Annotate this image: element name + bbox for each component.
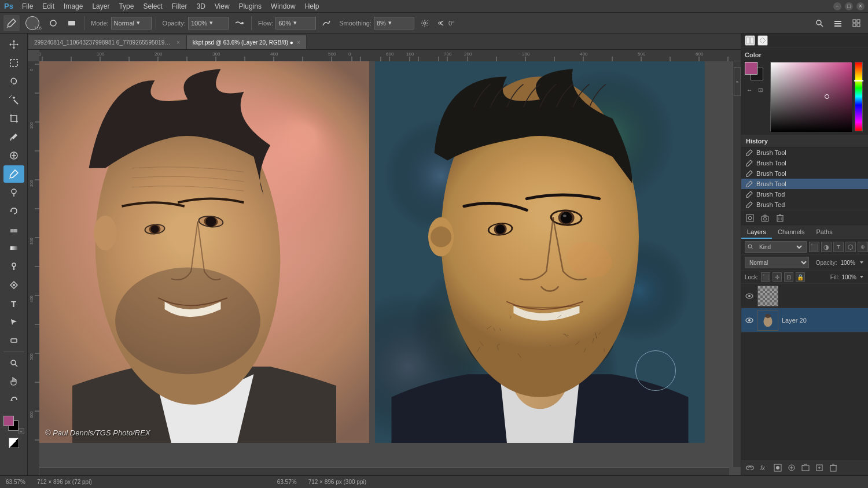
history-item-0[interactable]: Brush Tool xyxy=(741,147,868,158)
canvas-left[interactable]: © Paul Dennis/TGS Photo/REX xyxy=(39,61,369,443)
smoothing-settings-btn[interactable] xyxy=(417,15,433,31)
tool-eraser[interactable] xyxy=(3,221,24,238)
menu-edit[interactable]: Edit xyxy=(38,0,59,13)
reset-colors-icon[interactable]: ⊡ xyxy=(756,85,765,94)
doc-tab-0[interactable]: 299240814_110643237998981 6_778926559501… xyxy=(28,35,186,49)
filter-smart[interactable]: ⊕ xyxy=(858,242,868,252)
new-group-btn[interactable] xyxy=(800,463,811,473)
search-btn[interactable] xyxy=(811,15,827,31)
smoothing-dropdown[interactable]: 8% ▾ xyxy=(374,17,414,29)
tool-rotate-view[interactable] xyxy=(3,391,24,409)
add-adjustment-btn[interactable] xyxy=(786,463,797,473)
fg-bg-container[interactable] xyxy=(745,62,766,83)
default-colors-icon[interactable] xyxy=(9,438,19,448)
maximize-btn[interactable]: □ xyxy=(845,2,853,10)
lock-artboard-btn[interactable]: ⊡ xyxy=(784,272,793,282)
brush-shape-btn[interactable] xyxy=(64,15,80,31)
delete-layer-btn[interactable] xyxy=(828,463,838,473)
tab-paths[interactable]: Paths xyxy=(811,226,838,239)
lock-position-btn[interactable]: ✛ xyxy=(773,272,782,282)
tool-clone-stamp[interactable] xyxy=(3,184,24,201)
tool-gradient[interactable] xyxy=(3,239,24,257)
tool-shape[interactable] xyxy=(3,332,24,349)
tool-lasso[interactable] xyxy=(3,73,24,90)
link-layers-btn[interactable] xyxy=(745,463,755,473)
layer-item-empty[interactable] xyxy=(741,284,868,308)
new-layer-btn[interactable] xyxy=(814,463,825,473)
tool-history-brush[interactable] xyxy=(3,202,24,220)
doc-tab-1[interactable]: kkpt.psd @ 63.6% (Layer 20, RGB/8) ● × xyxy=(186,35,307,49)
add-fx-btn[interactable]: fx xyxy=(759,463,769,473)
filter-pixel[interactable]: ⬛ xyxy=(809,242,819,252)
doc-tab-1-close[interactable]: × xyxy=(297,39,300,46)
filter-adjust[interactable]: ◑ xyxy=(821,242,832,252)
tool-eyedropper[interactable] xyxy=(3,128,24,146)
panel-icon-1[interactable] xyxy=(745,35,755,46)
tool-pen[interactable] xyxy=(3,276,24,294)
swap-colors-icon[interactable]: ↔ xyxy=(19,428,24,434)
filter-text[interactable]: T xyxy=(833,242,844,252)
flow-dropdown[interactable]: 60% ▾ xyxy=(275,17,316,29)
history-item-3[interactable]: Brush Tool xyxy=(741,179,868,189)
menu-image[interactable]: Image xyxy=(59,0,87,13)
mode-dropdown[interactable]: Normal ▾ xyxy=(111,17,152,29)
layers-kind-filter[interactable]: Kind Name Effect Mode Attribute Color Sm… xyxy=(756,241,804,253)
history-trash-btn[interactable] xyxy=(775,213,785,223)
layer-vis-20[interactable] xyxy=(745,316,754,325)
doc-tab-0-close[interactable]: × xyxy=(176,39,180,46)
tool-text[interactable]: T xyxy=(3,295,24,312)
blend-mode-dropdown[interactable]: Normal Multiply Screen Overlay Soft Ligh… xyxy=(745,257,809,268)
add-mask-btn[interactable] xyxy=(773,463,783,473)
brush-options-btn[interactable] xyxy=(45,15,61,31)
brush-tool-icon[interactable] xyxy=(3,15,20,31)
minimize-btn[interactable]: − xyxy=(833,2,841,10)
layers-btn[interactable] xyxy=(830,15,846,31)
history-item-5[interactable]: Brush Ted xyxy=(741,199,868,210)
hue-bar[interactable] xyxy=(855,62,863,131)
tool-zoom[interactable] xyxy=(3,354,24,372)
lock-all-btn[interactable]: 🔒 xyxy=(796,272,805,282)
menu-file[interactable]: File xyxy=(17,0,38,13)
menu-filter[interactable]: Filter xyxy=(167,0,192,13)
layer-item-20[interactable]: Layer 20 xyxy=(741,308,868,332)
color-spectrum[interactable] xyxy=(770,62,851,131)
arrange-btn[interactable] xyxy=(848,15,865,31)
menu-3d[interactable]: 3D xyxy=(192,0,209,13)
opacity-dropdown[interactable]: 100% ▾ xyxy=(188,17,229,29)
switch-colors-icon[interactable]: ↔ xyxy=(745,85,754,94)
tool-healing[interactable] xyxy=(3,147,24,164)
tool-path-select[interactable] xyxy=(3,313,24,331)
tool-dodge[interactable] xyxy=(3,258,24,275)
panel-icon-2[interactable] xyxy=(757,35,768,46)
color-swatch-container[interactable]: ↔ xyxy=(3,416,24,434)
tab-layers[interactable]: Layers xyxy=(741,226,772,239)
canvas-right[interactable] xyxy=(375,61,705,443)
v-scrollbar[interactable] xyxy=(733,61,741,467)
fg-swatch[interactable] xyxy=(3,416,14,426)
brush-size-display[interactable]: 116 xyxy=(22,15,43,31)
tool-crop[interactable] xyxy=(3,110,24,127)
filter-shape[interactable]: ⬡ xyxy=(845,242,856,252)
close-btn[interactable]: × xyxy=(856,2,865,10)
spectrum-canvas[interactable] xyxy=(771,62,852,132)
lock-pixels-btn[interactable]: ⬛ xyxy=(761,272,770,282)
tool-move[interactable] xyxy=(3,36,24,53)
smoothing-icon-btn[interactable] xyxy=(318,15,334,31)
menu-plugins[interactable]: Plugins xyxy=(234,0,266,13)
history-item-2[interactable]: Brush Tool xyxy=(741,168,868,179)
tool-hand[interactable] xyxy=(3,373,24,390)
tab-channels[interactable]: Channels xyxy=(772,226,810,239)
menu-view[interactable]: View xyxy=(210,0,234,13)
menu-select[interactable]: Select xyxy=(138,0,167,13)
layers-search[interactable]: Kind Name Effect Mode Attribute Color Sm… xyxy=(745,241,807,253)
history-item-1[interactable]: Brush Tool xyxy=(741,158,868,168)
history-snapshot-btn[interactable] xyxy=(745,213,755,223)
history-item-4[interactable]: Brush Tod xyxy=(741,189,868,199)
menu-layer[interactable]: Layer xyxy=(87,0,114,13)
fg-color-swatch[interactable] xyxy=(745,62,757,75)
tool-magic-wand[interactable] xyxy=(3,91,24,109)
menu-window[interactable]: Window xyxy=(266,0,300,13)
tool-rect-select[interactable] xyxy=(3,54,24,72)
panel-collapse-btn[interactable]: « xyxy=(734,67,741,96)
h-scrollbar[interactable] xyxy=(39,467,729,475)
